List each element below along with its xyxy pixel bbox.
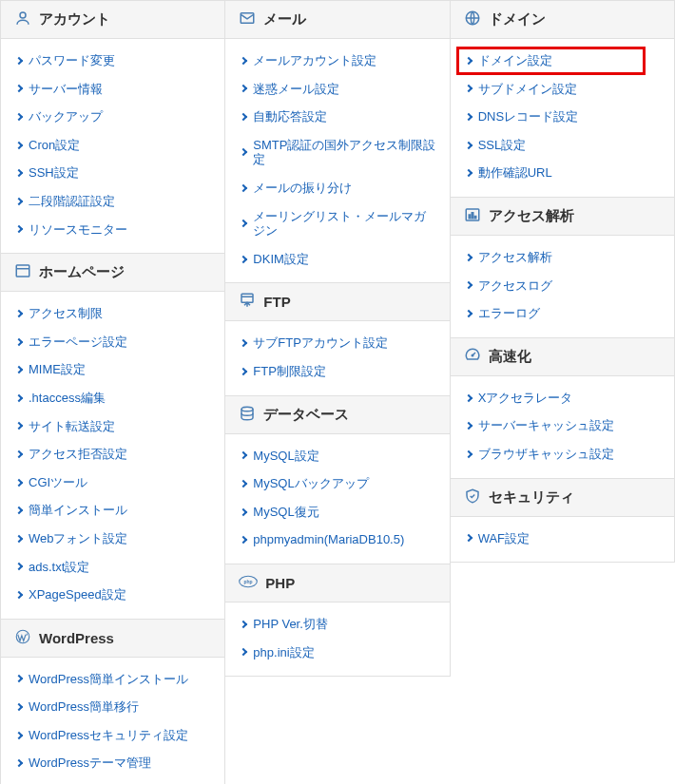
chevron-right-icon: [240, 220, 247, 227]
chevron-right-icon: [240, 85, 247, 92]
menu-item-mysqlバックアップ[interactable]: MySQLバックアップ: [225, 469, 449, 498]
svg-rect-1: [16, 265, 29, 277]
menu-item-二段階認証設定[interactable]: 二段階認証設定: [1, 187, 224, 216]
menu-item-ブラウザキャッシュ設定[interactable]: ブラウザキャッシュ設定: [451, 440, 674, 468]
menu-item-アクセス解析[interactable]: アクセス解析: [451, 243, 674, 272]
chevron-right-icon: [464, 393, 472, 401]
menu-item-mysql復元[interactable]: MySQL復元: [225, 498, 449, 526]
menu-item-wordpress簡単移行[interactable]: WordPress簡単移行: [1, 693, 224, 721]
menu-item-php-ver-切替[interactable]: PHP Ver.切替: [225, 610, 449, 639]
menu-item-バックアップ[interactable]: バックアップ: [1, 103, 224, 131]
menu-item-cron設定[interactable]: Cron設定: [1, 131, 224, 160]
chevron-right-icon: [15, 759, 23, 767]
chevron-right-icon: [15, 534, 23, 542]
section-items: ドメイン設定サブドメイン設定DNSレコード設定SSL設定動作確認URL: [451, 39, 675, 198]
chevron-right-icon: [464, 57, 472, 65]
menu-item-自動応答設定[interactable]: 自動応答設定: [225, 103, 449, 131]
menu-item-サブftpアカウント設定[interactable]: サブFTPアカウント設定: [225, 329, 449, 357]
menu-item-サーバー情報[interactable]: サーバー情報: [1, 75, 224, 104]
menu-item-dkim設定[interactable]: DKIM設定: [225, 245, 449, 274]
menu-item-label: DNSレコード設定: [478, 109, 578, 124]
shield-icon: [464, 488, 481, 507]
menu-item-メールアカウント設定[interactable]: メールアカウント設定: [225, 47, 449, 75]
mail-icon: [239, 10, 256, 29]
chevron-right-icon: [240, 451, 247, 459]
section-header-ホームページ: ホームページ: [1, 254, 225, 292]
menu-item-エラーログ[interactable]: エラーログ: [451, 299, 674, 328]
menu-item-ドメイン設定[interactable]: ドメイン設定: [451, 47, 674, 75]
svg-text:php: php: [244, 579, 253, 584]
chevron-right-icon: [15, 422, 23, 430]
menu-item-xアクセラレータ[interactable]: Xアクセラレータ: [451, 384, 674, 412]
menu-item-リソースモニター[interactable]: リソースモニター: [1, 216, 224, 244]
menu-item-waf設定[interactable]: WAF設定: [451, 525, 674, 553]
menu-item-wordpressセキュリティ設定[interactable]: WordPressセキュリティ設定: [1, 721, 224, 750]
svg-rect-12: [469, 215, 471, 219]
menu-item-ssl設定[interactable]: SSL設定: [451, 131, 674, 160]
section-items: メールアカウント設定迷惑メール設定自動応答設定SMTP認証の国外アクセス制限設定…: [225, 39, 450, 283]
chevron-right-icon: [464, 169, 472, 177]
menu-item-メールの振り分け[interactable]: メールの振り分け: [225, 174, 449, 202]
menu-item-smtp認証の国外アクセス制限設定[interactable]: SMTP認証の国外アクセス制限設定: [225, 131, 449, 174]
section-items: Xアクセラレータサーバーキャッシュ設定ブラウザキャッシュ設定: [451, 376, 675, 479]
menu-item-label: サーバーキャッシュ設定: [478, 418, 614, 433]
menu-item-迷惑メール設定[interactable]: 迷惑メール設定: [225, 75, 449, 104]
menu-item-mime設定[interactable]: MIME設定: [1, 355, 224, 384]
menu-item-wordpressテーマ管理[interactable]: WordPressテーマ管理: [1, 749, 224, 777]
menu-item-アクセス制限[interactable]: アクセス制限: [1, 299, 224, 328]
menu-item-mysql設定[interactable]: MySQL設定: [225, 442, 449, 470]
section-items: サブFTPアカウント設定FTP制限設定: [225, 321, 450, 395]
settings-grid: アカウントパスワード変更サーバー情報バックアップCron設定SSH設定二段階認証…: [0, 0, 675, 784]
ftp-icon: [239, 292, 256, 312]
menu-item-label: パスワード変更: [29, 53, 115, 68]
chevron-right-icon: [15, 450, 23, 458]
chevron-right-icon: [15, 225, 23, 233]
menu-item-label: メールの振り分け: [253, 181, 352, 196]
menu-item-php-ini設定[interactable]: php.ini設定: [225, 639, 449, 667]
menu-item-dnsレコード設定[interactable]: DNSレコード設定: [451, 103, 674, 131]
chevron-right-icon: [240, 113, 247, 121]
menu-item-label: ドメイン設定: [478, 53, 552, 68]
menu-item-サーバーキャッシュ設定[interactable]: サーバーキャッシュ設定: [451, 411, 674, 440]
settings-column: メールメールアカウント設定迷惑メール設定自動応答設定SMTP認証の国外アクセス制…: [225, 1, 450, 784]
menu-item-パスワード変更[interactable]: パスワード変更: [1, 47, 224, 75]
menu-item-cgiツール[interactable]: CGIツール: [1, 468, 224, 497]
menu-item-動作確認url[interactable]: 動作確認URL: [451, 159, 674, 187]
menu-item-サイト転送設定[interactable]: サイト転送設定: [1, 412, 224, 441]
menu-item-label: SMTP認証の国外アクセス制限設定: [253, 138, 435, 167]
menu-item-label: SSL設定: [478, 138, 527, 153]
menu-item-htaccess編集[interactable]: .htaccess編集: [1, 384, 224, 412]
menu-item-ads-txt設定[interactable]: ads.txt設定: [1, 553, 224, 582]
menu-item-ftp制限設定[interactable]: FTP制限設定: [225, 357, 449, 386]
menu-item-label: 迷惑メール設定: [253, 82, 339, 97]
section-title: 高速化: [489, 348, 531, 366]
section-header-データベース: データベース: [225, 396, 450, 434]
menu-item-メーリングリスト・メールマガジン[interactable]: メーリングリスト・メールマガジン: [225, 202, 449, 245]
section-title: データベース: [263, 406, 349, 424]
chevron-right-icon: [15, 478, 23, 486]
menu-item-xpagespeed設定[interactable]: XPageSpeed設定: [1, 581, 224, 609]
section-items: PHP Ver.切替php.ini設定: [225, 602, 450, 677]
menu-item-エラーページ設定[interactable]: エラーページ設定: [1, 328, 224, 356]
menu-item-簡単インストール[interactable]: 簡単インストール: [1, 496, 224, 525]
menu-item-label: SSH設定: [29, 165, 79, 181]
svg-rect-5: [241, 295, 253, 303]
section-title: FTP: [263, 294, 290, 310]
section-header-php: phpPHP: [225, 564, 450, 602]
section-items: WAF設定: [451, 517, 675, 564]
menu-item-label: エラーページ設定: [29, 335, 127, 350]
chevron-right-icon: [15, 198, 23, 205]
menu-item-webフォント設定[interactable]: Webフォント設定: [1, 525, 224, 553]
menu-item-phpmyadmin-mariadb10-5[interactable]: phpmyadmin(MariaDB10.5): [225, 526, 449, 554]
section-items: アクセス制限エラーページ設定MIME設定.htaccess編集サイト転送設定アク…: [1, 292, 225, 620]
menu-item-アクセス拒否設定[interactable]: アクセス拒否設定: [1, 440, 224, 468]
menu-item-サブドメイン設定[interactable]: サブドメイン設定: [451, 75, 674, 104]
section-title: ホームページ: [39, 263, 125, 281]
menu-item-label: PHP Ver.切替: [253, 617, 328, 632]
menu-item-ssh設定[interactable]: SSH設定: [1, 159, 224, 187]
menu-item-label: DKIM設定: [253, 252, 309, 267]
menu-item-label: アクセス制限: [29, 306, 103, 321]
menu-item-アクセスログ[interactable]: アクセスログ: [451, 272, 674, 300]
menu-item-label: phpmyadmin(MariaDB10.5): [253, 532, 404, 547]
menu-item-wordpress簡単インストール[interactable]: WordPress簡単インストール: [1, 665, 224, 694]
